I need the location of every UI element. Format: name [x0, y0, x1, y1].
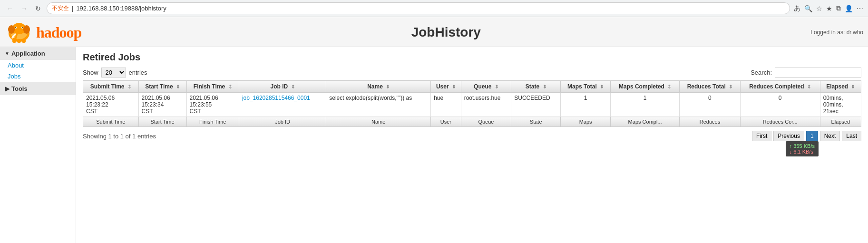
url-text: 192.168.88.150:19888/jobhistory [76, 5, 166, 12]
translate-icon[interactable]: あ [794, 4, 800, 13]
cell-maps-completed: 1 [611, 93, 680, 117]
cell-reduces-total: 0 [680, 93, 741, 117]
footer-maps-compl: Maps Compl... [611, 117, 680, 127]
pagination-info: Showing 1 to 1 of 1 entries [83, 133, 156, 140]
cell-name: select explode(split(words,"")) as [326, 93, 431, 117]
browser-tab-icon[interactable]: ⧉ [836, 4, 841, 12]
retired-jobs-title: Retired Jobs [83, 52, 861, 63]
table-wrapper: Submit Time ⇕ Start Time ⇕ Finish Time ⇕… [83, 80, 861, 127]
tooltip-download: ↓ 6.1 KB/s [790, 149, 815, 155]
back-button[interactable]: ← [5, 4, 15, 13]
tools-label: Tools [11, 85, 28, 92]
footer-state: State [511, 117, 561, 127]
header-name[interactable]: Name ⇕ [326, 81, 431, 93]
search-input[interactable] [775, 68, 861, 78]
application-arrow-icon: ▼ [5, 51, 10, 56]
footer-reduces-cor: Reduces Cor... [740, 117, 820, 127]
next-button[interactable]: Next [820, 131, 840, 141]
header-submit-time[interactable]: Submit Time ⇕ [83, 81, 139, 93]
header-start-time[interactable]: Start Time ⇕ [138, 81, 186, 93]
pagination-buttons: First Previous 1 Next Last [752, 131, 861, 141]
search-label: Search: [751, 69, 772, 76]
last-button[interactable]: Last [842, 131, 861, 141]
cell-state: SUCCEEDED [511, 93, 561, 117]
svg-rect-10 [17, 39, 21, 43]
table-footer-row: Submit Time Start Time Finish Time Job I… [83, 117, 861, 127]
table-controls: Show 20 50 100 entries Search: [83, 68, 861, 78]
sidebar: ▼ Application About Jobs ▶ Tools [0, 47, 76, 243]
header-user[interactable]: User ⇕ [431, 81, 461, 93]
sidebar-application-header[interactable]: ▼ Application [0, 47, 76, 60]
sidebar-link-about[interactable]: About [0, 60, 76, 71]
page-title: JobHistory [81, 25, 810, 40]
cell-user: hue [431, 93, 461, 117]
current-page: 1 [806, 131, 818, 141]
header-state[interactable]: State ⇕ [511, 81, 561, 93]
star-icon[interactable]: ★ [826, 5, 832, 12]
forward-button[interactable]: → [19, 4, 29, 13]
hadoop-elephant-icon [5, 20, 33, 45]
zoom-icon[interactable]: 🔍 [804, 5, 812, 12]
header-reduces-total[interactable]: Reduces Total ⇕ [680, 81, 741, 93]
reload-button[interactable]: ↻ [33, 4, 43, 13]
logged-in-text: Logged in as: dr.who [810, 29, 863, 36]
header-maps-total[interactable]: Maps Total ⇕ [561, 81, 611, 93]
profile-icon[interactable]: 👤 [845, 5, 853, 12]
application-label: Application [11, 50, 45, 57]
hadoop-logo: hadoop [5, 20, 81, 45]
footer-start-time: Start Time [138, 117, 186, 127]
sidebar-tools-header[interactable]: ▶ Tools [0, 82, 76, 95]
security-warning: 不安全 [52, 4, 69, 12]
separator: | [72, 5, 73, 12]
footer-queue: Queue [461, 117, 511, 127]
header-finish-time[interactable]: Finish Time ⇕ [186, 81, 239, 93]
footer-job-id: Job ID [239, 117, 326, 127]
footer-reduces: Reduces [680, 117, 741, 127]
cell-finish-time: 2021.05.0615:23:55CST [186, 93, 239, 117]
star-outline-icon[interactable]: ☆ [816, 5, 822, 12]
cell-reduces-completed: 0 [740, 93, 820, 117]
cell-submit-time: 2021.05.0615:23:22CST [83, 93, 139, 117]
show-entries: Show 20 50 100 entries [83, 68, 147, 78]
svg-rect-11 [22, 39, 26, 43]
header-job-id[interactable]: Job ID ⇕ [239, 81, 326, 93]
table-header-row: Submit Time ⇕ Start Time ⇕ Finish Time ⇕… [83, 81, 861, 93]
pagination-area: Showing 1 to 1 of 1 entries First Previo… [83, 131, 861, 141]
footer-submit-time: Submit Time [83, 117, 139, 127]
show-label: Show [83, 69, 98, 76]
page-header: hadoop JobHistory Logged in as: dr.who [0, 17, 868, 47]
entries-select[interactable]: 20 50 100 [101, 68, 126, 78]
previous-button[interactable]: Previous [773, 131, 804, 141]
browser-right-icons: あ 🔍 ☆ ★ ⧉ 👤 ⋯ [794, 4, 863, 13]
cell-queue: root.users.hue [461, 93, 511, 117]
svg-point-3 [8, 25, 15, 34]
network-tooltip: ↑ 355 KB/s ↓ 6.1 KB/s [786, 141, 819, 156]
address-bar[interactable]: 不安全 | 192.168.88.150:19888/jobhistory [47, 2, 790, 14]
header-queue[interactable]: Queue ⇕ [461, 81, 511, 93]
header-maps-completed[interactable]: Maps Completed ⇕ [611, 81, 680, 93]
tooltip-upload: ↑ 355 KB/s [790, 143, 815, 149]
cell-start-time: 2021.05.0615:23:34CST [138, 93, 186, 117]
job-id-link[interactable]: job_1620285115466_0001 [242, 95, 310, 101]
page-wrapper: hadoop JobHistory Logged in as: dr.who ▼… [0, 17, 868, 243]
footer-name: Name [326, 117, 431, 127]
more-icon[interactable]: ⋯ [857, 5, 863, 12]
search-box: Search: [751, 68, 861, 78]
footer-maps: Maps [561, 117, 611, 127]
first-button[interactable]: First [752, 131, 771, 141]
svg-point-4 [23, 25, 30, 34]
svg-rect-9 [12, 38, 16, 43]
svg-point-6 [15, 27, 16, 28]
header-reduces-completed[interactable]: Reduces Completed ⇕ [740, 81, 820, 93]
tools-arrow-icon: ▶ [5, 85, 10, 92]
sidebar-link-jobs[interactable]: Jobs [0, 71, 76, 82]
header-elapsed[interactable]: Elapsed ⇕ [820, 81, 861, 93]
main-content: ▼ Application About Jobs ▶ Tools Retired… [0, 47, 868, 243]
cell-job-id[interactable]: job_1620285115466_0001 [239, 93, 326, 117]
cell-elapsed: 00mins,00mins,21sec [820, 93, 861, 117]
content-area: Retired Jobs Show 20 50 100 entries Sear… [76, 47, 868, 243]
browser-chrome: ← → ↻ 不安全 | 192.168.88.150:19888/jobhist… [0, 0, 868, 17]
footer-elapsed: Elapsed [820, 117, 861, 127]
table-row: 2021.05.0615:23:22CST 2021.05.0615:23:34… [83, 93, 861, 117]
jobs-table: Submit Time ⇕ Start Time ⇕ Finish Time ⇕… [83, 80, 861, 127]
